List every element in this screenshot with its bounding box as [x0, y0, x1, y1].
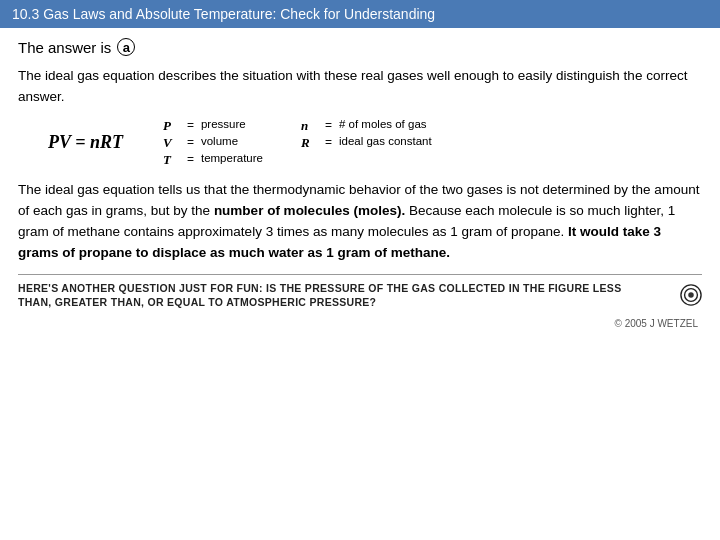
copyright: © 2005 J WETZEL: [18, 318, 702, 329]
main-content: The answer is a The ideal gas equation d…: [0, 28, 720, 329]
formula: PV = nRT: [48, 132, 123, 153]
paragraph2: The ideal gas equation tells us that the…: [18, 180, 702, 264]
var-V: V: [163, 135, 183, 151]
answer-line: The answer is a: [18, 38, 702, 56]
paragraph1-text: The ideal gas equation describes the sit…: [18, 68, 687, 104]
answer-prefix: The answer is: [18, 39, 111, 56]
var-n: n: [301, 118, 321, 134]
svg-point-2: [688, 292, 694, 298]
header-title: 10.3 Gas Laws and Absolute Temperature: …: [12, 6, 435, 22]
header: 10.3 Gas Laws and Absolute Temperature: …: [0, 0, 720, 28]
bottom-section: HERE'S ANOTHER QUESTION JUST FOR FUN: IS…: [18, 281, 702, 314]
bottom-question: HERE'S ANOTHER QUESTION JUST FOR FUN: IS…: [18, 281, 658, 310]
divider: [18, 274, 702, 275]
var-T: T: [163, 152, 183, 168]
answer-letter: a: [117, 38, 135, 56]
p2-bold1: number of molecules (moles).: [214, 203, 405, 218]
target-icon: [680, 284, 702, 306]
var-R: R: [301, 135, 321, 151]
var-P: P: [163, 118, 183, 134]
equation-block: PV = nRT P = pressure n = # of moles of …: [48, 118, 702, 168]
paragraph1: The ideal gas equation describes the sit…: [18, 66, 702, 108]
variables-grid: P = pressure n = # of moles of gas V = v…: [163, 118, 432, 168]
